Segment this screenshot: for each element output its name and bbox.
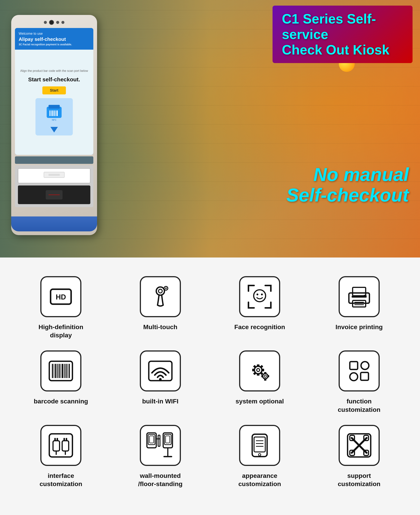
barcode-icon-box	[40, 350, 81, 391]
system-label: system optional	[236, 397, 284, 405]
scanner-slot-icon	[45, 189, 63, 200]
svg-rect-11	[49, 174, 60, 176]
svg-rect-70	[63, 438, 65, 441]
svg-rect-56	[264, 372, 266, 374]
settings-icon	[247, 358, 273, 384]
hero-section: Welcome to use Alipay self-checkout 3C F…	[0, 0, 420, 258]
barcode-label: barcode scanning	[34, 397, 88, 405]
svg-rect-39	[66, 364, 67, 378]
face-recognition-icon-box	[239, 276, 280, 317]
hero-title-line1: C1 Series Self-service	[282, 11, 403, 42]
svg-rect-67	[57, 438, 58, 441]
function-label: functioncustomization	[338, 397, 380, 413]
hero-slogan: No manual Self-checkout	[286, 164, 409, 205]
svg-rect-40	[68, 364, 68, 378]
svg-rect-3	[51, 110, 51, 116]
wifi-label: built-in WIFI	[142, 397, 179, 405]
barcode-icon	[48, 360, 74, 382]
svg-rect-34	[57, 364, 58, 378]
slogan-line2: Self-checkout	[286, 185, 409, 205]
svg-rect-42	[149, 361, 172, 381]
screen-brand: Alipay self-checkout	[19, 36, 90, 42]
svg-rect-36	[60, 364, 61, 378]
kiosk-mid-bar	[15, 156, 93, 164]
svg-rect-24	[352, 287, 366, 296]
screen-title: Start self-checkout.	[28, 76, 80, 83]
multitouch-icon	[148, 285, 172, 309]
svg-rect-66	[54, 438, 56, 441]
multitouch-label: Multi-touch	[143, 323, 177, 331]
feature-wifi: built-in WIFI	[114, 350, 206, 413]
svg-point-16	[156, 287, 165, 295]
svg-rect-63	[361, 372, 368, 380]
kiosk-dot	[44, 21, 47, 24]
svg-point-22	[261, 294, 263, 295]
mount-icon-box	[140, 425, 181, 466]
svg-rect-38	[64, 364, 65, 378]
hd-icon-box: HD	[40, 276, 81, 317]
svg-rect-69	[62, 441, 69, 451]
features-section: HD High-definitiondisplay	[0, 258, 420, 507]
svg-point-55	[264, 375, 266, 377]
feature-multitouch: Multi-touch	[114, 276, 206, 339]
support-icon-box	[339, 425, 380, 466]
features-grid: HD High-definitiondisplay	[15, 276, 405, 488]
feature-mount: wall-mounted/floor-standing	[114, 425, 206, 488]
svg-rect-37	[62, 364, 63, 378]
hd-display-label: High-definitiondisplay	[38, 323, 83, 339]
scanner-area: NFC	[36, 98, 73, 135]
svg-rect-57	[264, 379, 266, 381]
appearance-label: appearancecustomization	[238, 471, 281, 488]
svg-rect-65	[53, 441, 60, 451]
feature-face-recognition: Face recognition	[214, 276, 306, 339]
svg-rect-84	[254, 437, 265, 452]
slogan-line1: No manual	[286, 164, 409, 185]
svg-rect-33	[55, 364, 56, 378]
svg-point-19	[165, 287, 167, 289]
kiosk-dot	[56, 21, 59, 24]
function-icon-box	[339, 350, 380, 391]
svg-rect-46	[257, 364, 259, 367]
svg-rect-41	[69, 364, 70, 378]
feature-support: supportcustomization	[313, 425, 405, 488]
settings-icon-box	[239, 350, 280, 391]
svg-point-20	[254, 290, 266, 302]
face-recognition-icon	[247, 284, 273, 310]
svg-rect-2	[49, 110, 50, 116]
svg-rect-29	[364, 295, 367, 297]
feature-invoice-printing: Invoice printing	[313, 276, 405, 339]
svg-point-43	[159, 378, 162, 381]
svg-rect-4	[52, 110, 53, 116]
svg-rect-48	[252, 369, 255, 371]
start-button[interactable]: Start	[42, 86, 66, 94]
multitouch-icon-box	[140, 276, 181, 317]
screen-facial: 3C Facial recognition payment is availab…	[19, 43, 90, 46]
kiosk-base	[11, 216, 97, 231]
svg-rect-76	[158, 435, 160, 446]
feature-function: functioncustomization	[313, 350, 405, 413]
svg-rect-49	[262, 369, 264, 371]
hd-icon: HD	[49, 287, 73, 306]
svg-rect-8	[57, 110, 58, 116]
svg-point-21	[256, 294, 258, 295]
svg-rect-5	[53, 110, 54, 116]
svg-rect-47	[257, 373, 259, 376]
kiosk-bottom	[15, 165, 93, 207]
svg-point-54	[263, 374, 268, 379]
face-recognition-label: Face recognition	[234, 323, 285, 331]
printer-icon	[346, 286, 372, 308]
kiosk-printer	[18, 168, 90, 183]
svg-rect-58	[261, 375, 263, 377]
svg-rect-23	[349, 293, 369, 303]
screen-header: Welcome to use Alipay self-checkout 3C F…	[15, 28, 93, 50]
svg-rect-81	[150, 436, 154, 443]
interface-icon-box	[40, 425, 81, 466]
kiosk-top-bar	[15, 19, 93, 26]
wifi-icon-box	[140, 350, 181, 391]
scanner-arrow	[50, 127, 58, 132]
printer-slot-icon	[43, 171, 65, 180]
feature-barcode: barcode scanning	[15, 350, 107, 413]
svg-rect-35	[59, 364, 60, 378]
svg-point-61	[361, 362, 369, 369]
svg-rect-31	[52, 364, 53, 378]
